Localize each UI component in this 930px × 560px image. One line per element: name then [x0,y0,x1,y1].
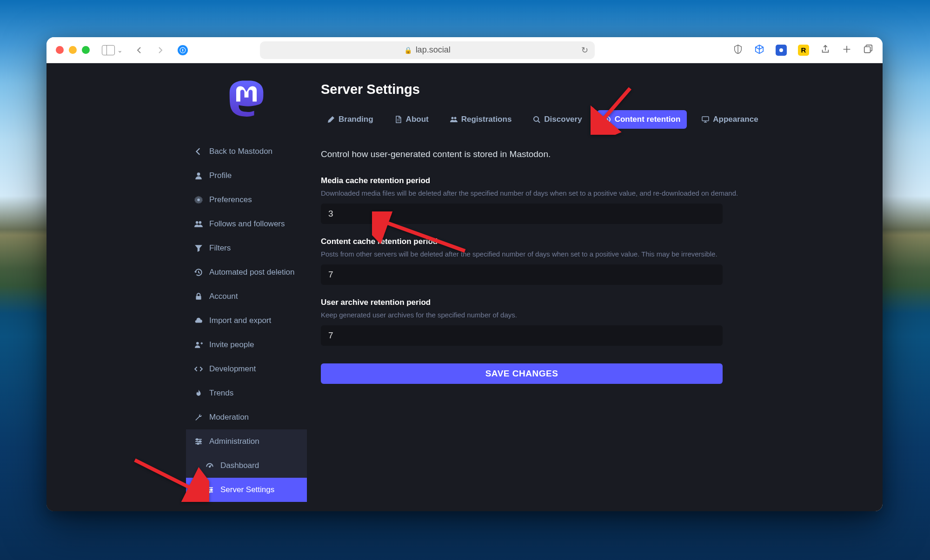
svg-point-3 [779,48,783,52]
sidebar-item-label: Account [209,292,238,301]
tab-branding[interactable]: Branding [321,110,380,129]
lock-icon: 🔒 [404,46,412,54]
svg-point-12 [196,342,199,345]
tab-appearance[interactable]: Appearance [695,110,764,129]
tab-groups-dropdown[interactable]: ⌄ [117,46,123,54]
users-icon [194,220,203,228]
svg-rect-1 [182,49,183,52]
svg-rect-32 [702,117,709,121]
sidebar-toggle-button[interactable] [102,45,115,55]
privacy-report-icon[interactable] [733,44,743,56]
tab-discovery[interactable]: Discovery [526,110,588,129]
sidebar-item-label: Profile [209,171,232,180]
minimize-window-button[interactable] [69,46,77,54]
extension-a-icon[interactable] [776,45,787,56]
content-retention-label: Content cache retention period [321,237,859,246]
wrench-icon [194,413,203,422]
sidebar-back-label: Back to Mastodon [209,147,272,156]
sidebar-item-filters[interactable]: Filters [186,236,307,260]
share-icon[interactable] [820,44,830,56]
sidebar-item-follows[interactable]: Follows and followers [186,212,307,236]
url-bar[interactable]: 🔒 lap.social ↻ [260,41,595,59]
tab-label: Content retention [615,115,681,124]
sidebar-item-label: Administration [209,437,259,446]
tab-label: Discovery [544,115,582,124]
media-retention-input[interactable] [321,204,723,224]
sidebar-item-administration[interactable]: Administration [186,429,307,454]
svg-point-16 [196,439,198,440]
svg-point-10 [199,221,202,224]
svg-point-17 [199,441,201,442]
sliders-icon [194,437,203,446]
forward-button[interactable] [156,44,164,57]
close-window-button[interactable] [56,46,64,54]
svg-point-29 [454,117,456,119]
tab-registrations[interactable]: Registrations [444,110,518,129]
extension-r-icon[interactable]: R [798,45,809,56]
new-tab-icon[interactable] [842,44,852,56]
sidebar-item-development[interactable]: Development [186,357,307,381]
archive-retention-group: User archive retention period Keep gener… [321,298,859,346]
content-retention-group: Content cache retention period Posts fro… [321,237,859,285]
sidebar-item-profile[interactable]: Profile [186,164,307,188]
svg-rect-11 [196,296,201,300]
sidebar-item-import-export[interactable]: Import and export [186,309,307,333]
media-retention-group: Media cache retention period Downloaded … [321,176,859,224]
sidebar-item-preferences[interactable]: Preferences [186,188,307,212]
user-plus-icon [194,341,203,349]
content-retention-input[interactable] [321,264,723,285]
media-retention-label: Media cache retention period [321,176,859,185]
sidebar-item-label: Trends [209,389,233,398]
save-button[interactable]: SAVE CHANGES [321,363,723,384]
mastodon-admin: Back to Mastodon Profile Preferences Fol… [46,63,883,511]
tab-label: Branding [339,115,373,124]
admin-sidebar: Back to Mastodon Profile Preferences Fol… [46,63,307,511]
fire-icon [194,389,203,397]
pencil-icon [327,116,335,123]
sidebar-item-deletion[interactable]: Automated post deletion [186,260,307,284]
user-icon [194,171,203,180]
tab-content-retention[interactable]: Content retention [597,110,687,129]
page-title: Server Settings [321,82,859,97]
sidebar-item-label: Import and export [209,316,271,325]
sidebar-item-account[interactable]: Account [186,284,307,309]
window-controls [56,46,90,54]
mastodon-logo-icon [226,78,267,119]
chevron-left-icon [194,147,203,156]
archive-retention-hint: Keep generated user archives for the spe… [321,310,859,320]
svg-point-18 [197,443,199,444]
onepassword-icon[interactable] [178,45,188,55]
tabs-overview-icon[interactable] [863,44,873,56]
sidebar-item-label: Filters [209,244,231,253]
safari-window: ⌄ 🔒 lap.social ↻ [46,37,883,511]
svg-point-25 [208,491,210,493]
tab-label: Appearance [713,115,758,124]
sidebar-item-label: Invite people [209,340,254,349]
search-icon [533,116,540,123]
archive-retention-input[interactable] [321,325,723,346]
sliders-icon [206,486,214,494]
extension-cube-icon[interactable] [754,44,764,56]
svg-point-30 [534,117,538,121]
sidebar-item-moderation[interactable]: Moderation [186,405,307,429]
sidebar-item-trends[interactable]: Trends [186,381,307,405]
svg-line-31 [538,121,540,123]
monitor-icon [702,116,709,123]
svg-point-24 [211,489,212,490]
tab-about[interactable]: About [388,110,435,129]
sidebar-item-label: Follows and followers [209,219,285,229]
sidebar-item-server-settings[interactable]: Server Settings [186,478,307,502]
sidebar-item-label: Dashboard [220,461,259,470]
gear-icon [194,196,203,204]
cloud-icon [194,316,203,325]
svg-point-28 [451,117,453,119]
svg-point-19 [209,466,210,467]
back-button[interactable] [136,44,143,57]
tab-label: Registrations [461,115,512,124]
refresh-button[interactable]: ↻ [581,45,588,55]
sidebar-item-dashboard[interactable]: Dashboard [186,454,307,478]
sidebar-item-label: Server Settings [220,485,274,494]
maximize-window-button[interactable] [82,46,90,54]
sidebar-item-invite[interactable]: Invite people [186,333,307,357]
sidebar-back-link[interactable]: Back to Mastodon [186,139,307,164]
